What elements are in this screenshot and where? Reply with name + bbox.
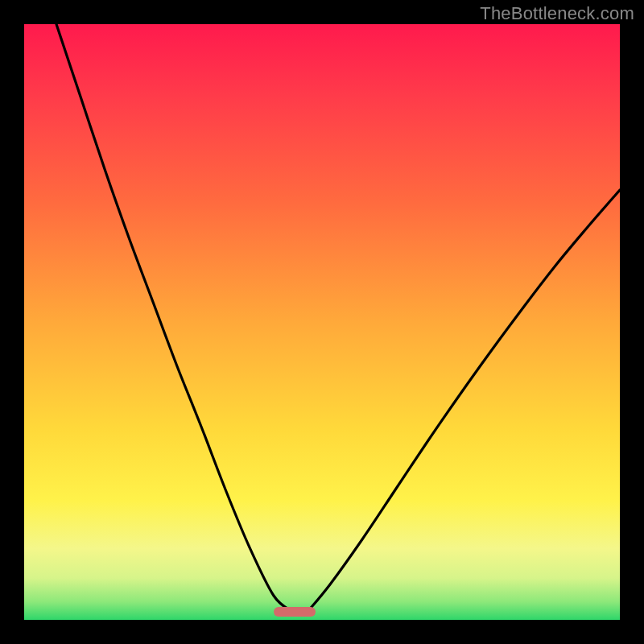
watermark-text: TheBottleneck.com — [480, 3, 634, 24]
plot-svg — [24, 24, 620, 620]
plot-area — [24, 24, 620, 620]
optimal-range-marker — [274, 607, 316, 617]
chart-root: TheBottleneck.com — [0, 0, 644, 644]
gradient-background — [24, 24, 620, 620]
